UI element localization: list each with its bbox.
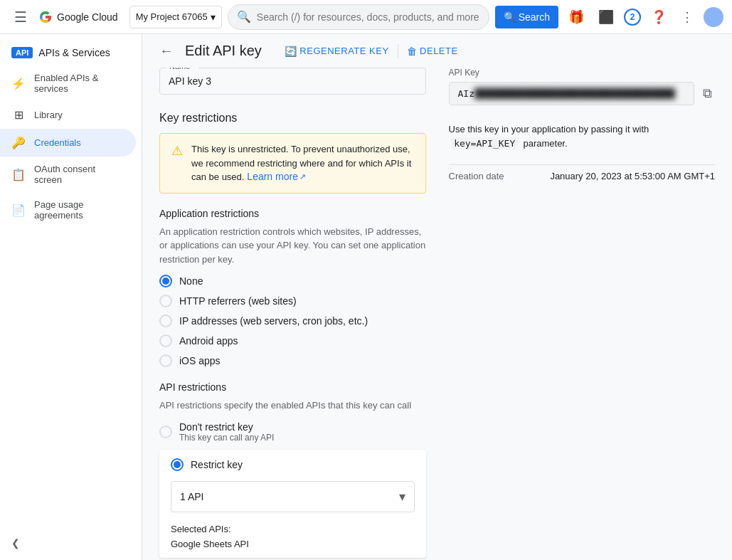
search-bar: 🔍	[228, 4, 489, 30]
creation-date-value: January 20, 2023 at 5:53:00 AM GMT+1	[550, 171, 715, 181]
selected-apis-label: Selected APIs:	[171, 524, 415, 534]
key-restrictions-section: Key restrictions ⚠ This key is unrestric…	[159, 112, 426, 558]
back-button[interactable]: ←	[159, 43, 174, 59]
radio-none-circle	[159, 275, 172, 287]
key-param-code: key=API_KEY	[451, 137, 518, 149]
google-logo-icon	[38, 10, 53, 24]
enabled-icon: ⚡	[11, 77, 26, 90]
hamburger-icon[interactable]: ☰	[9, 3, 33, 31]
help-icon[interactable]: ❓	[647, 5, 671, 29]
sidebar-item-credentials[interactable]: 🔑 Credentials	[0, 129, 136, 157]
radio-http-label: HTTP referrers (web sites)	[179, 295, 297, 307]
sidebar-item-label: Library	[34, 110, 63, 120]
radio-http[interactable]: HTTP referrers (web sites)	[159, 295, 426, 307]
api-key-section: API Key AIz█████████████████████████████…	[449, 68, 716, 105]
radio-none[interactable]: None	[159, 275, 426, 287]
main-content: ← Edit API key 🔄 REGENERATE KEY 🗑 DELETE	[142, 34, 732, 560]
search-input[interactable]	[257, 11, 480, 23]
user-avatar[interactable]	[704, 7, 723, 27]
creation-date-row: Creation date January 20, 2023 at 5:53:0…	[449, 164, 716, 187]
sidebar-item-label: Page usage agreements	[34, 199, 124, 221]
google-cloud-text: Google Cloud	[57, 11, 118, 23]
name-input[interactable]	[159, 68, 426, 95]
radio-ios[interactable]: iOS apps	[159, 354, 426, 367]
search-button-label: Search	[519, 11, 550, 23]
delete-icon: 🗑	[407, 46, 418, 57]
name-field-wrapper: Name *	[159, 68, 426, 95]
radio-ip-label: IP addresses (web servers, cron jobs, et…	[179, 315, 368, 327]
left-column: Name * Key restrictions ⚠ This key is un…	[159, 68, 426, 560]
notification-badge[interactable]: 2	[624, 9, 641, 26]
app-restrictions-radio-group: None HTTP referrers (web sites) IP addre…	[159, 275, 426, 367]
dropdown-label: 1 API	[180, 491, 203, 502]
sidebar-item-enabled[interactable]: ⚡ Enabled APIs & services	[0, 65, 136, 101]
warning-box: ⚠ This key is unrestricted. To prevent u…	[159, 133, 426, 194]
usage-hint: Use this key in your application by pass…	[449, 122, 716, 150]
radio-restrict[interactable]: Restrict key	[171, 458, 415, 471]
sidebar-item-page-usage[interactable]: 📄 Page usage agreements	[0, 192, 136, 228]
api-key-label: API Key	[449, 68, 716, 78]
radio-android[interactable]: Android apps	[159, 334, 426, 347]
oauth-icon: 📋	[11, 168, 26, 181]
project-selector[interactable]: My Project 67065 ▾	[129, 6, 222, 28]
api-dropdown[interactable]: 1 API ▾	[171, 481, 415, 512]
search-button[interactable]: 🔍 Search	[495, 6, 558, 28]
radio-restrict-label: Restrict key	[191, 459, 243, 470]
creation-date-label: Creation date	[449, 171, 504, 181]
sidebar-item-library[interactable]: ⊞ Library	[0, 101, 136, 129]
dont-restrict-hint: This key can call any API	[179, 433, 274, 443]
nav-right: 🎁 ⬛ 2 ❓ ⋮	[564, 5, 723, 29]
radio-ip[interactable]: IP addresses (web servers, cron jobs, et…	[159, 315, 426, 327]
google-cloud-logo: Google Cloud	[38, 10, 118, 24]
copy-api-key-button[interactable]: ⧉	[700, 83, 715, 104]
content-header: ← Edit API key 🔄 REGENERATE KEY 🗑 DELETE	[142, 34, 732, 68]
collapse-sidebar-btn[interactable]: ❮	[11, 537, 20, 549]
radio-ip-circle	[159, 315, 172, 327]
gift-icon[interactable]: 🎁	[564, 5, 588, 29]
sidebar: API APIs & Services ⚡ Enabled APIs & ser…	[0, 34, 142, 560]
radio-android-circle	[159, 334, 172, 347]
more-options-icon[interactable]: ⋮	[677, 5, 698, 29]
sidebar-header: API APIs & Services	[0, 40, 142, 65]
content-area: Name * Key restrictions ⚠ This key is un…	[142, 68, 732, 560]
name-field-label: Name *	[166, 68, 198, 70]
regen-icon: 🔄	[285, 46, 297, 57]
api-logo: API	[11, 47, 33, 58]
right-column: API Key AIz█████████████████████████████…	[449, 68, 716, 560]
restrict-key-panel: Restrict key 1 API ▾ Selected APIs: Goog…	[159, 450, 426, 558]
dropdown-arrow-icon: ▾	[399, 489, 405, 504]
app-restrictions-desc: An application restriction controls whic…	[159, 225, 426, 267]
learn-more-link[interactable]: Learn more	[247, 171, 298, 182]
delete-key-button[interactable]: 🗑 DELETE	[407, 46, 458, 57]
radio-dont-restrict-circle	[159, 426, 172, 438]
regen-label: REGENERATE KEY	[299, 46, 388, 56]
regenerate-key-button[interactable]: 🔄 REGENERATE KEY	[285, 46, 389, 57]
sidebar-item-label: Credentials	[34, 137, 81, 148]
selected-apis-section: Selected APIs: Google Sheets API	[171, 524, 415, 549]
radio-dont-restrict[interactable]: Don't restrict key This key can call any…	[159, 421, 426, 443]
app-restrictions-title: Application restrictions	[159, 208, 426, 219]
sidebar-item-oauth[interactable]: 📋 OAuth consent screen	[0, 157, 136, 192]
header-divider	[398, 44, 398, 58]
nav-left: ☰ Google Cloud My Project 67065 ▾	[9, 3, 222, 31]
top-navigation: ☰ Google Cloud My Project 67065 ▾ 🔍 🔍 Se…	[0, 0, 732, 34]
radio-http-circle	[159, 295, 172, 307]
api-key-value: AIz████████████████████████████████████	[449, 82, 695, 105]
project-dropdown-icon: ▾	[211, 11, 216, 23]
warning-icon: ⚠	[171, 143, 183, 184]
terminal-icon[interactable]: ⬛	[594, 5, 618, 29]
dont-restrict-label: Don't restrict key	[179, 421, 274, 433]
api-restrictions-title: API restrictions	[159, 381, 426, 393]
credentials-icon: 🔑	[11, 136, 26, 149]
external-link-icon: ↗	[299, 172, 306, 181]
project-name: My Project 67065	[136, 11, 208, 22]
radio-ios-label: iOS apps	[179, 355, 221, 366]
search-icon: 🔍	[504, 11, 516, 23]
selected-api-item: Google Sheets API	[171, 539, 415, 549]
delete-label: DELETE	[420, 46, 458, 56]
key-restrictions-title: Key restrictions	[159, 112, 426, 125]
radio-none-label: None	[179, 275, 203, 287]
radio-android-label: Android apps	[179, 335, 238, 347]
header-actions: 🔄 REGENERATE KEY 🗑 DELETE	[285, 44, 458, 58]
collapse-icon: ❮	[11, 537, 20, 549]
